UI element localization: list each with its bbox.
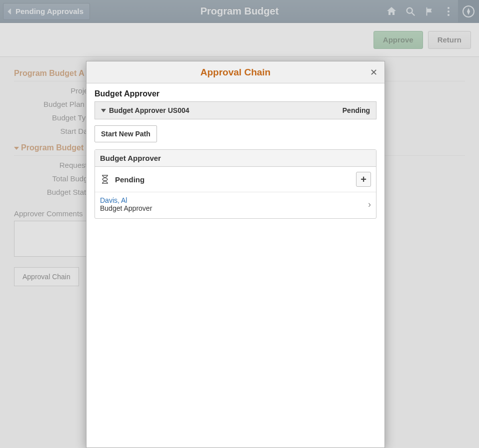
budget-approver-row[interactable]: Budget Approver US004 Pending xyxy=(94,101,376,119)
start-new-path-button[interactable]: Start New Path xyxy=(94,125,157,142)
approver-panel-header: Budget Approver xyxy=(95,150,376,167)
caret-down-icon xyxy=(101,109,106,112)
pending-label: Pending xyxy=(115,175,356,184)
budget-approver-heading: Budget Approver xyxy=(94,89,376,98)
close-icon[interactable]: ✕ xyxy=(368,66,380,78)
modal-body: Budget Approver Budget Approver US004 Pe… xyxy=(86,83,384,448)
approver-item[interactable]: Davis, Al Budget Approver › xyxy=(95,192,376,218)
budget-approver-row-status: Pending xyxy=(342,106,370,114)
modal-header: Approval Chain ✕ xyxy=(86,61,384,83)
chevron-right-icon: › xyxy=(368,199,371,210)
approver-name: Davis, Al xyxy=(100,196,368,204)
modal-title: Approval Chain xyxy=(200,67,270,78)
approver-role: Budget Approver xyxy=(100,204,368,212)
approver-info: Davis, Al Budget Approver xyxy=(100,196,368,212)
budget-approver-row-label: Budget Approver US004 xyxy=(109,106,190,114)
add-approver-button[interactable]: + xyxy=(356,172,371,187)
hourglass-icon xyxy=(100,174,110,184)
pending-row: Pending + xyxy=(95,167,376,192)
approval-chain-modal: Approval Chain ✕ Budget Approver Budget … xyxy=(86,61,385,448)
approver-panel: Budget Approver Pending + Davis, Al Budg… xyxy=(94,149,376,219)
